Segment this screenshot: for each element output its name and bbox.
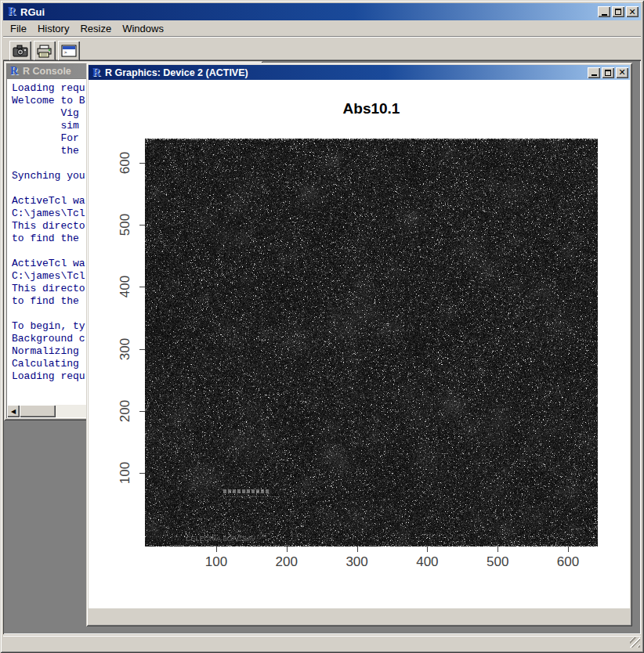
- y-axis-tick-label: 200: [118, 394, 132, 428]
- minimize-button[interactable]: [598, 6, 610, 17]
- menu-file[interactable]: File: [5, 21, 32, 36]
- r-logo-icon: R: [5, 5, 18, 18]
- graphics-title: R Graphics: Device 2 (ACTIVE): [105, 67, 588, 78]
- plot-title: Abs10.1: [145, 100, 598, 117]
- x-axis-tick: [287, 547, 288, 552]
- r-graphics-window: R R Graphics: Device 2 (ACTIVE) ✕ Abs10.…: [86, 63, 632, 626]
- close-icon: ✕: [618, 68, 625, 77]
- x-axis-tick: [427, 547, 428, 552]
- y-axis-tick: [139, 287, 145, 287]
- menu-bar: File History Resize Windows: [3, 20, 641, 36]
- plot-area: Abs10.1 10020030040050060010020030040050…: [89, 80, 630, 608]
- minimize-icon: [602, 14, 607, 16]
- resize-grip[interactable]: [630, 637, 640, 648]
- print-button[interactable]: [34, 41, 56, 61]
- maximize-icon: [605, 70, 611, 76]
- y-axis-tick: [139, 411, 145, 412]
- rgui-main-window: R RGui ✕ File History Resize Windows: [0, 0, 644, 653]
- y-axis-tick-label: 500: [118, 207, 132, 242]
- y-axis-tick-label: 100: [118, 456, 132, 490]
- graphics-minimize-button[interactable]: [588, 67, 600, 78]
- x-axis-tick: [568, 547, 569, 552]
- main-title-bar[interactable]: R RGui ✕: [3, 3, 641, 20]
- y-axis-tick: [139, 473, 145, 474]
- y-axis-tick-label: 400: [118, 269, 132, 304]
- scroll-left-arrow-icon[interactable]: ◀: [7, 405, 20, 417]
- y-axis-tick: [139, 163, 145, 164]
- svg-text:>: >: [64, 49, 67, 55]
- microarray-image-plot: [145, 139, 598, 547]
- menu-history[interactable]: History: [32, 21, 74, 36]
- y-axis-tick-label: 600: [118, 146, 132, 180]
- x-axis-tick-label: 400: [410, 554, 444, 570]
- minimize-icon: [592, 74, 597, 76]
- maximize-button[interactable]: [612, 6, 624, 17]
- toolbar: >: [3, 36, 641, 60]
- x-axis-tick-label: 300: [340, 554, 374, 570]
- x-axis-tick-label: 100: [199, 554, 233, 570]
- y-axis-tick: [139, 349, 145, 350]
- console-window-icon: >: [61, 45, 77, 57]
- maximize-icon: [615, 9, 621, 15]
- window-title: RGui: [20, 6, 598, 18]
- graphics-title-bar[interactable]: R R Graphics: Device 2 (ACTIVE) ✕: [89, 65, 630, 80]
- graphics-close-button[interactable]: ✕: [616, 67, 628, 78]
- menu-resize[interactable]: Resize: [74, 21, 117, 36]
- scrollbar-thumb[interactable]: [20, 405, 56, 417]
- x-axis-tick-label: 600: [551, 554, 585, 570]
- x-axis-tick-label: 500: [480, 554, 515, 570]
- camera-icon: [13, 45, 28, 57]
- menu-windows[interactable]: Windows: [117, 21, 169, 36]
- printer-icon: [37, 45, 52, 58]
- r-logo-icon: R: [8, 65, 20, 78]
- r-logo-icon: R: [90, 67, 103, 79]
- copy-to-clipboard-button[interactable]: [9, 41, 31, 61]
- mdi-client-area: R R Console Loading requWelcome to B Vig…: [3, 60, 641, 634]
- close-icon: ✕: [628, 8, 635, 16]
- x-axis-tick-label: 200: [270, 554, 304, 570]
- focus-console-button[interactable]: >: [58, 41, 80, 61]
- y-axis-tick-label: 300: [118, 332, 132, 366]
- status-bar: [3, 636, 641, 648]
- x-axis-tick: [216, 547, 217, 552]
- close-button[interactable]: ✕: [626, 6, 639, 17]
- x-axis-tick: [497, 547, 498, 552]
- graphics-maximize-button[interactable]: [602, 67, 614, 78]
- y-axis-tick: [139, 225, 145, 225]
- x-axis-tick: [357, 547, 358, 552]
